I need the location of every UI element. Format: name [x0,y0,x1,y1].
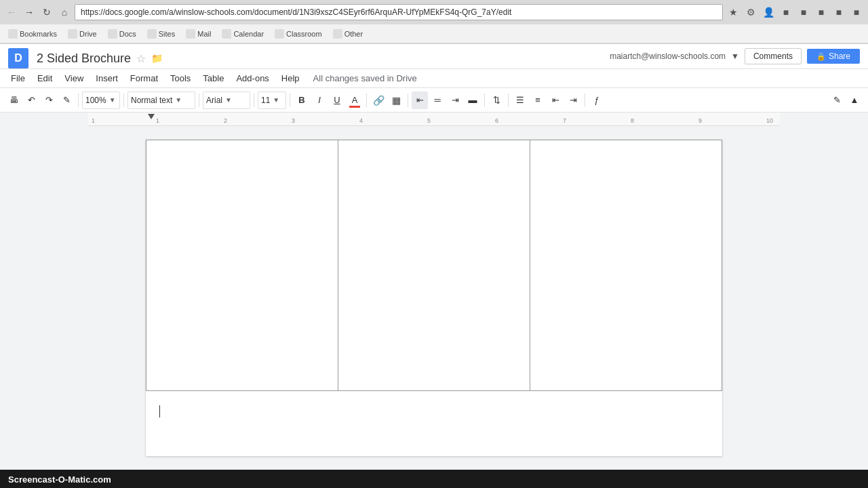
star-icon[interactable]: ☆ [136,52,146,65]
address-bar[interactable]: https://docs.google.com/a/winslow-school… [75,4,723,20]
redo-button[interactable]: ↷ [41,92,57,109]
bookmark-1[interactable]: Bookmarks [4,28,61,40]
menu-bar: File Edit View Insert Format Tools Table… [0,69,868,88]
share-label: Share [829,52,850,61]
ruler-tick-7: 7 [563,117,566,124]
title-left: D 2 Sided Brochure ☆ 📁 [8,48,163,68]
zoom-select[interactable]: 100% ▼ [82,92,120,109]
table-cell-1-3[interactable] [530,140,722,391]
ext4-icon[interactable]: ■ [831,5,846,20]
sep1 [78,94,79,107]
underline-button[interactable]: U [329,92,345,109]
bookmark-6[interactable]: Calendar [218,28,268,40]
sep9 [508,94,509,107]
align-right-button[interactable]: ⇥ [447,92,463,109]
person-icon[interactable]: 👤 [761,5,776,20]
ruler-tick-3: 3 [292,117,295,124]
comments-button[interactable]: Comments [745,48,802,64]
page-area[interactable] [88,126,780,470]
decrease-indent-button[interactable]: ⇤ [547,92,564,109]
menu-view[interactable]: View [59,70,89,86]
menu-format[interactable]: Format [125,70,163,86]
ext2-icon[interactable]: ■ [796,5,811,20]
text-cursor [159,405,160,418]
increase-indent-button[interactable]: ⇥ [565,92,581,109]
menu-table[interactable]: Table [197,70,229,86]
ext3-icon[interactable]: ■ [814,5,829,20]
wrench-icon[interactable]: ⚙ [743,5,758,20]
paint-format-button[interactable]: ✎ [58,92,75,109]
sep6 [366,94,367,107]
reload-button[interactable]: ↻ [39,5,54,20]
text-color-indicator [349,106,360,108]
link-button[interactable]: 🔗 [370,92,387,109]
size-arrow: ▼ [273,96,279,104]
bookmark-7[interactable]: Classroom [271,28,326,40]
title-right: maiartch@winslow-schools.com ▼ Comments … [610,48,860,68]
menu-tools[interactable]: Tools [165,70,196,86]
gdocs-container: D 2 Sided Brochure ☆ 📁 maiartch@winslow-… [0,44,868,470]
table-cell-1-1[interactable] [146,140,338,391]
font-select[interactable]: Arial ▼ [203,92,250,109]
bookmarks-bar: Bookmarks Drive Docs Sites Mail Calendar… [0,24,868,43]
print-button[interactable]: 🖶 [5,92,22,109]
expand-button[interactable]: ▲ [846,92,863,109]
sep8 [484,94,485,107]
italic-button[interactable]: I [311,92,328,109]
screencast-bar: Screencast-O-Matic.com [0,470,868,488]
back-button[interactable]: ← [4,5,19,20]
edit-mode-button[interactable]: ✎ [829,92,845,109]
sep5 [290,94,290,107]
share-button[interactable]: 🔒 Share [807,49,860,64]
menu-insert[interactable]: Insert [90,70,123,86]
gdocs-logo: D [8,48,28,68]
font-arrow: ▼ [225,96,232,104]
cursor-area[interactable] [146,391,722,418]
bookmark-5[interactable]: Mail [182,28,215,40]
screencast-text: Screencast-O-Matic.com [8,474,111,485]
bookmark-4[interactable]: Sites [143,28,179,40]
align-left-button[interactable]: ⇤ [412,92,428,109]
style-arrow: ▼ [175,96,182,104]
bookmark-3[interactable]: Docs [104,28,140,40]
ruler-tick-1: 1 [156,117,159,124]
bookmark-2[interactable]: Drive [64,28,101,40]
ext5-icon[interactable]: ■ [849,5,864,20]
numbered-list-button[interactable]: ☰ [512,92,528,109]
email-dropdown-arrow[interactable]: ▼ [731,52,739,61]
undo-button[interactable]: ↶ [23,92,39,109]
ext1-icon[interactable]: ■ [778,5,793,20]
style-value: Normal text [131,96,172,105]
image-button[interactable]: ▦ [388,92,404,109]
bold-button[interactable]: B [294,92,310,109]
sep4 [254,94,254,107]
ruler-tick-8: 8 [631,117,634,124]
formula-button[interactable]: ƒ [589,92,605,109]
sep7 [408,94,408,107]
ruler-ticks: 1 1 2 3 4 5 6 7 8 9 10 [88,113,780,125]
folder-icon[interactable]: 📁 [151,53,163,64]
browser-icons: ★ ⚙ 👤 ■ ■ ■ ■ ■ [726,5,864,20]
forward-button[interactable]: → [22,5,37,20]
doc-title[interactable]: 2 Sided Brochure [37,52,131,66]
align-center-button[interactable]: ═ [429,92,446,109]
menu-addons[interactable]: Add-ons [231,70,274,86]
text-color-button[interactable]: A [347,92,363,109]
bookmark-star-icon[interactable]: ★ [726,5,741,20]
ruler: 1 1 2 3 4 5 6 7 8 9 10 [88,113,780,126]
ruler-tick-5: 5 [427,117,431,124]
user-email[interactable]: maiartch@winslow-schools.com [610,52,726,61]
table-cell-1-2[interactable] [338,140,530,391]
document-page[interactable] [146,140,722,456]
home-button[interactable]: ⌂ [57,5,72,20]
menu-edit[interactable]: Edit [32,70,58,86]
justify-button[interactable]: ▬ [465,92,481,109]
line-spacing-button[interactable]: ⇅ [488,92,505,109]
bookmark-8[interactable]: Other [329,28,368,40]
style-select[interactable]: Normal text ▼ [127,92,195,109]
left-sidebar [0,113,88,470]
menu-file[interactable]: File [5,70,31,86]
size-select[interactable]: 11 ▼ [258,92,286,109]
menu-help[interactable]: Help [276,70,305,86]
bullet-list-button[interactable]: ≡ [530,92,546,109]
